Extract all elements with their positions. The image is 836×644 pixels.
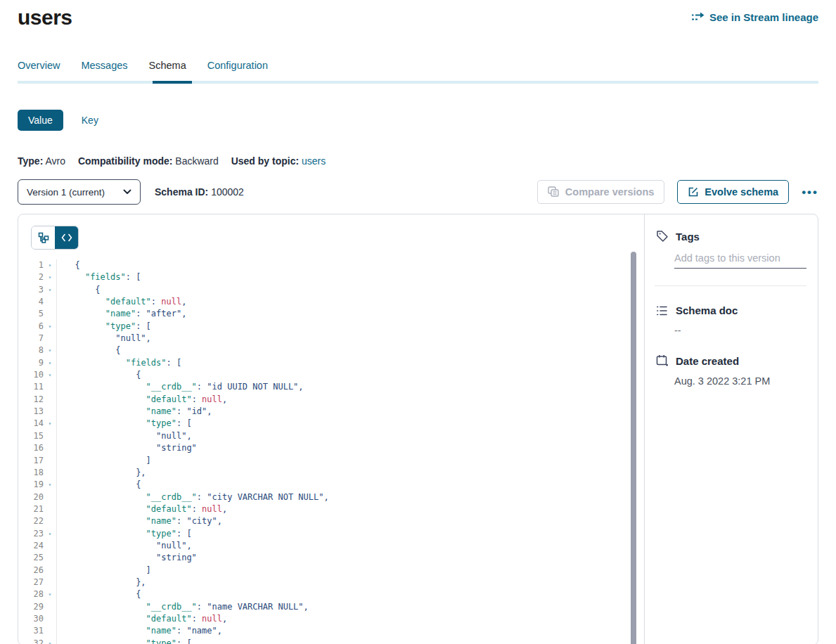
fold-spacer xyxy=(44,455,56,467)
fold-toggle-icon[interactable]: ▾ xyxy=(44,528,56,540)
line-number: 32 xyxy=(18,638,44,644)
compat-label: Compatibility mode: xyxy=(78,155,173,167)
type-value: Avro xyxy=(45,155,65,167)
line-number: 10 xyxy=(18,369,44,381)
line-number: 26 xyxy=(18,565,44,577)
fold-spacer xyxy=(44,381,56,393)
key-toggle-button[interactable]: Key xyxy=(82,115,98,126)
fold-spacer xyxy=(44,625,56,637)
stream-lineage-label: See in Stream lineage xyxy=(709,11,818,23)
code-line: 16 "string" xyxy=(18,442,644,454)
tags-heading: Tags xyxy=(676,231,700,243)
schema-id-label: Schema ID: xyxy=(155,186,208,198)
calendar-plus-icon xyxy=(656,354,669,367)
code-text: "string" xyxy=(57,442,197,454)
code-view-icon xyxy=(61,233,72,242)
code-text: { xyxy=(57,479,141,491)
line-number: 29 xyxy=(18,601,44,613)
line-number: 9 xyxy=(18,357,44,369)
evolve-schema-button[interactable]: Evolve schema xyxy=(677,180,789,204)
tags-input[interactable] xyxy=(674,251,806,269)
code-line: 19▾ { xyxy=(18,479,644,491)
fold-toggle-icon[interactable]: ▾ xyxy=(44,344,56,356)
stream-lineage-link[interactable]: See in Stream lineage xyxy=(691,11,818,23)
value-toggle-button[interactable]: Value xyxy=(18,110,63,131)
code-text: "default": null, xyxy=(57,503,227,515)
line-number: 22 xyxy=(18,515,44,527)
fold-toggle-icon[interactable]: ▾ xyxy=(44,271,56,283)
more-actions-button[interactable]: ••• xyxy=(802,186,818,198)
code-line: 13 "name": "id", xyxy=(18,406,644,418)
fold-toggle-icon[interactable]: ▾ xyxy=(44,418,56,430)
code-text: "fields": [ xyxy=(57,271,141,283)
tab-messages[interactable]: Messages xyxy=(81,60,127,81)
code-text: { xyxy=(57,588,141,600)
line-number: 17 xyxy=(18,455,44,467)
schema-doc-heading: Schema doc xyxy=(676,304,738,316)
line-number: 1 xyxy=(18,259,44,271)
code-text: ] xyxy=(57,455,151,467)
code-line: 2▾ "fields": [ xyxy=(18,271,644,283)
code-text: "null", xyxy=(57,540,192,552)
fold-spacer xyxy=(44,491,56,503)
code-text: "fields": [ xyxy=(57,357,181,369)
date-created-value: Aug. 3 2022 3:21 PM xyxy=(674,375,806,387)
code-text: "name": "city", xyxy=(57,515,222,527)
code-line: 3▾ { xyxy=(18,284,644,296)
code-line: 17 ] xyxy=(18,455,644,467)
topic-label: Used by topic: xyxy=(231,155,299,167)
fold-toggle-icon[interactable]: ▾ xyxy=(44,588,56,600)
line-number: 7 xyxy=(18,333,44,344)
code-line: 11 "__crdb__": "id UUID NOT NULL", xyxy=(18,381,644,393)
tab-overview[interactable]: Overview xyxy=(18,60,60,81)
line-number: 16 xyxy=(18,442,44,454)
tab-configuration[interactable]: Configuration xyxy=(207,60,268,81)
fold-spacer xyxy=(44,601,56,613)
code-text: "name": "id", xyxy=(57,406,212,418)
type-label: Type: xyxy=(18,155,43,167)
code-view-button[interactable] xyxy=(55,226,78,249)
compare-versions-button[interactable]: Compare versions xyxy=(537,180,665,204)
schema-doc-section: Schema doc -- xyxy=(656,304,806,336)
line-number: 3 xyxy=(18,284,44,296)
schema-id-value: 100002 xyxy=(211,186,244,198)
fold-spacer xyxy=(44,296,56,308)
schema-view-toggle xyxy=(31,226,79,250)
fold-spacer xyxy=(44,308,56,320)
code-text: "null", xyxy=(57,430,192,442)
fold-toggle-icon[interactable]: ▾ xyxy=(44,479,56,491)
doc-list-icon xyxy=(656,305,669,316)
tree-view-button[interactable] xyxy=(32,226,55,249)
schema-page: users See in Stream lineage Overview Mes… xyxy=(0,0,836,644)
tags-section: Tags xyxy=(656,230,806,286)
schema-meta-row: Type: Avro Compatibility mode: Backward … xyxy=(18,155,818,167)
fold-spacer xyxy=(44,540,56,552)
code-line: 8▾ { xyxy=(18,344,644,356)
fold-spacer xyxy=(44,515,56,527)
fold-toggle-icon[interactable]: ▾ xyxy=(44,357,56,369)
tab-bar: Overview Messages Schema Configuration xyxy=(18,60,818,84)
tab-schema[interactable]: Schema xyxy=(149,60,186,81)
fold-toggle-icon[interactable]: ▾ xyxy=(44,259,56,271)
fold-toggle-icon[interactable]: ▾ xyxy=(44,638,56,644)
code-text: "type": [ xyxy=(57,528,192,540)
code-line: 6▾ "type": [ xyxy=(18,321,644,333)
code-line: 15 "null", xyxy=(18,430,644,442)
line-number: 28 xyxy=(18,588,44,600)
topic-link[interactable]: users xyxy=(302,155,326,167)
compare-versions-label: Compare versions xyxy=(565,186,655,198)
tree-view-icon xyxy=(38,232,49,243)
code-line: 5 "name": "after", xyxy=(18,308,644,320)
code-text: "__crdb__": "name VARCHAR NULL", xyxy=(57,601,309,613)
fold-toggle-icon[interactable]: ▾ xyxy=(44,284,56,296)
fold-toggle-icon[interactable]: ▾ xyxy=(44,369,56,381)
code-line: 12 "default": null, xyxy=(18,394,644,406)
code-line: 25 "string" xyxy=(18,552,644,564)
version-select[interactable]: Version 1 (current) xyxy=(18,179,141,205)
fold-toggle-icon[interactable]: ▾ xyxy=(44,321,56,333)
line-number: 18 xyxy=(18,467,44,479)
date-created-section: Date created Aug. 3 2022 3:21 PM xyxy=(656,354,806,387)
code-text: "null", xyxy=(57,333,151,344)
fold-spacer xyxy=(44,430,56,442)
scrollbar-thumb[interactable] xyxy=(631,252,636,644)
